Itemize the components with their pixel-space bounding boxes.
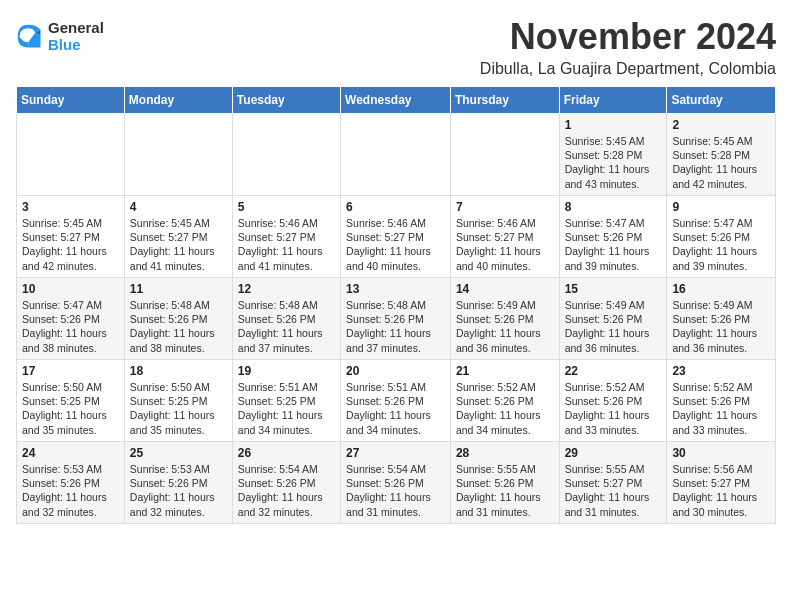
calendar-cell: 24Sunrise: 5:53 AM Sunset: 5:26 PM Dayli… bbox=[17, 442, 125, 524]
month-title: November 2024 bbox=[480, 16, 776, 58]
day-info: Sunrise: 5:55 AM Sunset: 5:27 PM Dayligh… bbox=[565, 462, 662, 519]
calendar-cell: 19Sunrise: 5:51 AM Sunset: 5:25 PM Dayli… bbox=[232, 360, 340, 442]
day-number: 27 bbox=[346, 446, 445, 460]
day-info: Sunrise: 5:55 AM Sunset: 5:26 PM Dayligh… bbox=[456, 462, 554, 519]
calendar-cell: 12Sunrise: 5:48 AM Sunset: 5:26 PM Dayli… bbox=[232, 278, 340, 360]
calendar-body: 1Sunrise: 5:45 AM Sunset: 5:28 PM Daylig… bbox=[17, 114, 776, 524]
calendar-week-row: 3Sunrise: 5:45 AM Sunset: 5:27 PM Daylig… bbox=[17, 196, 776, 278]
day-info: Sunrise: 5:48 AM Sunset: 5:26 PM Dayligh… bbox=[238, 298, 335, 355]
calendar-cell: 21Sunrise: 5:52 AM Sunset: 5:26 PM Dayli… bbox=[450, 360, 559, 442]
day-info: Sunrise: 5:50 AM Sunset: 5:25 PM Dayligh… bbox=[22, 380, 119, 437]
calendar-cell: 17Sunrise: 5:50 AM Sunset: 5:25 PM Dayli… bbox=[17, 360, 125, 442]
day-number: 19 bbox=[238, 364, 335, 378]
day-info: Sunrise: 5:47 AM Sunset: 5:26 PM Dayligh… bbox=[672, 216, 770, 273]
day-number: 30 bbox=[672, 446, 770, 460]
day-info: Sunrise: 5:53 AM Sunset: 5:26 PM Dayligh… bbox=[22, 462, 119, 519]
day-info: Sunrise: 5:52 AM Sunset: 5:26 PM Dayligh… bbox=[456, 380, 554, 437]
calendar: SundayMondayTuesdayWednesdayThursdayFrid… bbox=[16, 86, 776, 524]
calendar-cell: 4Sunrise: 5:45 AM Sunset: 5:27 PM Daylig… bbox=[124, 196, 232, 278]
weekday-header: Saturday bbox=[667, 87, 776, 114]
day-info: Sunrise: 5:48 AM Sunset: 5:26 PM Dayligh… bbox=[346, 298, 445, 355]
calendar-cell: 7Sunrise: 5:46 AM Sunset: 5:27 PM Daylig… bbox=[450, 196, 559, 278]
calendar-cell: 1Sunrise: 5:45 AM Sunset: 5:28 PM Daylig… bbox=[559, 114, 667, 196]
day-info: Sunrise: 5:52 AM Sunset: 5:26 PM Dayligh… bbox=[672, 380, 770, 437]
day-number: 6 bbox=[346, 200, 445, 214]
title-section: November 2024 Dibulla, La Guajira Depart… bbox=[480, 16, 776, 78]
weekday-header: Monday bbox=[124, 87, 232, 114]
calendar-cell: 11Sunrise: 5:48 AM Sunset: 5:26 PM Dayli… bbox=[124, 278, 232, 360]
day-info: Sunrise: 5:49 AM Sunset: 5:26 PM Dayligh… bbox=[672, 298, 770, 355]
calendar-cell bbox=[450, 114, 559, 196]
calendar-cell: 28Sunrise: 5:55 AM Sunset: 5:26 PM Dayli… bbox=[450, 442, 559, 524]
day-info: Sunrise: 5:53 AM Sunset: 5:26 PM Dayligh… bbox=[130, 462, 227, 519]
calendar-week-row: 17Sunrise: 5:50 AM Sunset: 5:25 PM Dayli… bbox=[17, 360, 776, 442]
day-info: Sunrise: 5:49 AM Sunset: 5:26 PM Dayligh… bbox=[565, 298, 662, 355]
calendar-cell bbox=[341, 114, 451, 196]
day-number: 15 bbox=[565, 282, 662, 296]
day-info: Sunrise: 5:54 AM Sunset: 5:26 PM Dayligh… bbox=[238, 462, 335, 519]
day-number: 29 bbox=[565, 446, 662, 460]
day-number: 18 bbox=[130, 364, 227, 378]
day-info: Sunrise: 5:51 AM Sunset: 5:25 PM Dayligh… bbox=[238, 380, 335, 437]
day-info: Sunrise: 5:45 AM Sunset: 5:28 PM Dayligh… bbox=[672, 134, 770, 191]
day-number: 4 bbox=[130, 200, 227, 214]
day-number: 8 bbox=[565, 200, 662, 214]
weekday-header: Friday bbox=[559, 87, 667, 114]
svg-marker-1 bbox=[28, 32, 40, 47]
day-number: 23 bbox=[672, 364, 770, 378]
weekday-row: SundayMondayTuesdayWednesdayThursdayFrid… bbox=[17, 87, 776, 114]
calendar-cell: 26Sunrise: 5:54 AM Sunset: 5:26 PM Dayli… bbox=[232, 442, 340, 524]
day-info: Sunrise: 5:48 AM Sunset: 5:26 PM Dayligh… bbox=[130, 298, 227, 355]
day-info: Sunrise: 5:47 AM Sunset: 5:26 PM Dayligh… bbox=[565, 216, 662, 273]
calendar-cell: 29Sunrise: 5:55 AM Sunset: 5:27 PM Dayli… bbox=[559, 442, 667, 524]
calendar-cell: 20Sunrise: 5:51 AM Sunset: 5:26 PM Dayli… bbox=[341, 360, 451, 442]
calendar-header: SundayMondayTuesdayWednesdayThursdayFrid… bbox=[17, 87, 776, 114]
day-number: 5 bbox=[238, 200, 335, 214]
calendar-week-row: 1Sunrise: 5:45 AM Sunset: 5:28 PM Daylig… bbox=[17, 114, 776, 196]
day-number: 22 bbox=[565, 364, 662, 378]
header: General Blue November 2024 Dibulla, La G… bbox=[16, 16, 776, 78]
calendar-cell: 27Sunrise: 5:54 AM Sunset: 5:26 PM Dayli… bbox=[341, 442, 451, 524]
day-number: 2 bbox=[672, 118, 770, 132]
calendar-cell: 8Sunrise: 5:47 AM Sunset: 5:26 PM Daylig… bbox=[559, 196, 667, 278]
day-number: 11 bbox=[130, 282, 227, 296]
calendar-week-row: 10Sunrise: 5:47 AM Sunset: 5:26 PM Dayli… bbox=[17, 278, 776, 360]
day-number: 10 bbox=[22, 282, 119, 296]
day-info: Sunrise: 5:49 AM Sunset: 5:26 PM Dayligh… bbox=[456, 298, 554, 355]
calendar-cell: 25Sunrise: 5:53 AM Sunset: 5:26 PM Dayli… bbox=[124, 442, 232, 524]
calendar-cell: 18Sunrise: 5:50 AM Sunset: 5:25 PM Dayli… bbox=[124, 360, 232, 442]
calendar-cell: 15Sunrise: 5:49 AM Sunset: 5:26 PM Dayli… bbox=[559, 278, 667, 360]
day-info: Sunrise: 5:46 AM Sunset: 5:27 PM Dayligh… bbox=[346, 216, 445, 273]
day-info: Sunrise: 5:45 AM Sunset: 5:27 PM Dayligh… bbox=[22, 216, 119, 273]
day-info: Sunrise: 5:54 AM Sunset: 5:26 PM Dayligh… bbox=[346, 462, 445, 519]
calendar-cell: 9Sunrise: 5:47 AM Sunset: 5:26 PM Daylig… bbox=[667, 196, 776, 278]
day-number: 12 bbox=[238, 282, 335, 296]
day-number: 9 bbox=[672, 200, 770, 214]
weekday-header: Tuesday bbox=[232, 87, 340, 114]
calendar-week-row: 24Sunrise: 5:53 AM Sunset: 5:26 PM Dayli… bbox=[17, 442, 776, 524]
logo: General Blue bbox=[16, 20, 104, 53]
calendar-cell bbox=[124, 114, 232, 196]
day-number: 16 bbox=[672, 282, 770, 296]
day-number: 13 bbox=[346, 282, 445, 296]
logo-icon bbox=[16, 23, 44, 51]
day-info: Sunrise: 5:51 AM Sunset: 5:26 PM Dayligh… bbox=[346, 380, 445, 437]
calendar-cell: 6Sunrise: 5:46 AM Sunset: 5:27 PM Daylig… bbox=[341, 196, 451, 278]
day-info: Sunrise: 5:47 AM Sunset: 5:26 PM Dayligh… bbox=[22, 298, 119, 355]
day-info: Sunrise: 5:45 AM Sunset: 5:28 PM Dayligh… bbox=[565, 134, 662, 191]
calendar-cell bbox=[17, 114, 125, 196]
day-number: 20 bbox=[346, 364, 445, 378]
day-number: 24 bbox=[22, 446, 119, 460]
logo-text: General Blue bbox=[48, 20, 104, 53]
weekday-header: Thursday bbox=[450, 87, 559, 114]
calendar-cell: 5Sunrise: 5:46 AM Sunset: 5:27 PM Daylig… bbox=[232, 196, 340, 278]
day-number: 3 bbox=[22, 200, 119, 214]
day-info: Sunrise: 5:56 AM Sunset: 5:27 PM Dayligh… bbox=[672, 462, 770, 519]
calendar-cell: 2Sunrise: 5:45 AM Sunset: 5:28 PM Daylig… bbox=[667, 114, 776, 196]
calendar-cell: 3Sunrise: 5:45 AM Sunset: 5:27 PM Daylig… bbox=[17, 196, 125, 278]
logo-general: General bbox=[48, 20, 104, 37]
calendar-cell: 14Sunrise: 5:49 AM Sunset: 5:26 PM Dayli… bbox=[450, 278, 559, 360]
logo-blue: Blue bbox=[48, 37, 104, 54]
day-info: Sunrise: 5:50 AM Sunset: 5:25 PM Dayligh… bbox=[130, 380, 227, 437]
day-number: 14 bbox=[456, 282, 554, 296]
